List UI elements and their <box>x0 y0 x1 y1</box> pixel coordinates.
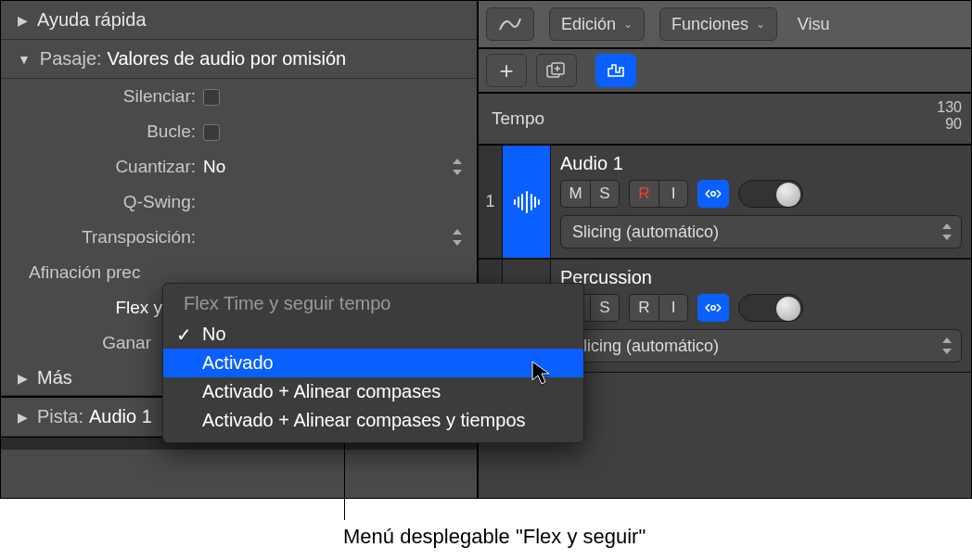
quick-help-label: Ayuda rápida <box>37 9 147 31</box>
loop-checkbox[interactable] <box>203 124 220 141</box>
stepper-icon[interactable] <box>453 229 464 246</box>
menu-item-alinear-compases[interactable]: Activado + Alinear compases <box>163 377 583 406</box>
menu-item-activado[interactable]: Activado <box>163 349 583 377</box>
track-toggle[interactable] <box>738 294 803 322</box>
tempo-label: Tempo <box>492 108 544 129</box>
track-audio-icon[interactable] <box>503 146 551 258</box>
svg-point-11 <box>711 192 715 196</box>
automation-curve-button[interactable] <box>486 7 534 41</box>
track-name[interactable]: Audio 1 <box>560 153 962 174</box>
quick-help-header[interactable]: ▶ Ayuda rápida <box>1 1 477 40</box>
flex-button[interactable] <box>697 180 729 208</box>
tempo-track[interactable]: Tempo 130 90 <box>479 94 971 146</box>
stepper-icon <box>942 223 953 240</box>
menu-title: Flex Time y seguir tempo <box>163 287 583 320</box>
mute-checkbox[interactable] <box>203 89 220 106</box>
param-mute: Silenciar: <box>1 79 477 114</box>
track-value: Audio 1 <box>89 406 152 427</box>
track-label: Pista: <box>37 406 83 427</box>
track-ri-buttons: R I <box>629 180 688 208</box>
stepper-icon[interactable] <box>453 159 464 175</box>
view-menu[interactable]: Visu <box>792 7 835 41</box>
track-ms-buttons: M S <box>560 180 620 208</box>
mute-button[interactable]: M <box>560 180 590 208</box>
disclosure-down-icon: ▼ <box>18 52 31 67</box>
passage-value: Valores de audio por omisión <box>108 48 347 70</box>
cursor-icon <box>531 360 553 389</box>
record-button[interactable]: R <box>629 180 659 208</box>
flex-view-button[interactable] <box>595 54 636 87</box>
add-track-button[interactable]: + <box>486 54 527 87</box>
callout-line <box>344 442 345 520</box>
param-qswing[interactable]: Q-Swing: <box>1 185 477 220</box>
more-label: Más <box>37 367 72 388</box>
solo-button[interactable]: S <box>590 294 620 322</box>
editor-toolbar: Edición⌄ Funciones⌄ Visu <box>479 1 971 49</box>
menu-item-alinear-compases-tiempos[interactable]: Activado + Alinear compases y tiempos <box>163 406 583 435</box>
track-toggle[interactable] <box>738 180 803 208</box>
input-button[interactable]: I <box>659 294 688 322</box>
callout-caption: Menú desplegable "Flex y seguir" <box>343 525 646 549</box>
disclosure-right-icon: ▶ <box>18 410 28 425</box>
track-name[interactable]: Percussion <box>560 267 962 288</box>
input-button[interactable]: I <box>659 180 688 208</box>
passage-header[interactable]: ▼ Pasaje: Valores de audio por omisión <box>1 40 477 79</box>
track-row[interactable]: 1 Audio 1 M S R I <box>479 146 971 259</box>
quantize-value: No <box>203 157 225 176</box>
tempo-range: 130 90 <box>937 99 962 133</box>
stepper-icon <box>942 337 953 354</box>
param-quantize[interactable]: Cuantizar: No <box>1 149 477 185</box>
svg-point-12 <box>711 306 715 310</box>
duplicate-track-button[interactable] <box>536 54 577 87</box>
check-icon: ✓ <box>176 324 192 346</box>
functions-menu[interactable]: Funciones⌄ <box>659 7 777 41</box>
flex-button[interactable] <box>697 294 729 322</box>
flex-follow-menu[interactable]: Flex Time y seguir tempo ✓No Activado Ac… <box>162 283 584 443</box>
param-transpose[interactable]: Transposición: <box>1 220 477 255</box>
disclosure-right-icon: ▶ <box>18 13 28 28</box>
flex-mode-select[interactable]: Slicing (automático) <box>560 215 962 248</box>
disclosure-right-icon: ▶ <box>18 371 28 386</box>
track-number: 1 <box>479 146 503 258</box>
solo-button[interactable]: S <box>590 180 620 208</box>
flex-mode-select[interactable]: Slicing (automático) <box>560 329 962 363</box>
editor-toolbar-2: + <box>479 49 971 94</box>
passage-label: Pasaje: <box>40 48 102 70</box>
record-button[interactable]: R <box>629 294 659 322</box>
edit-menu[interactable]: Edición⌄ <box>549 7 645 41</box>
menu-item-no[interactable]: ✓No <box>163 320 583 349</box>
param-loop: Bucle: <box>1 114 477 149</box>
